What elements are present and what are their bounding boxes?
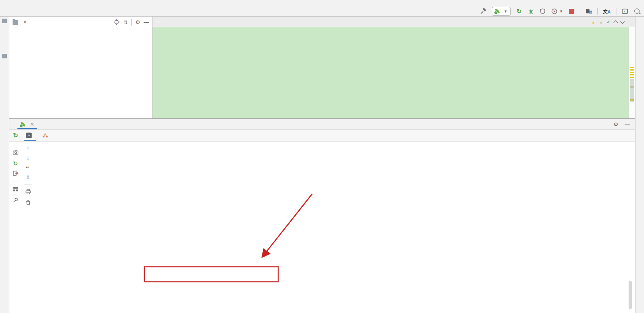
run-panel-header: ✕ ⚙ — — [9, 119, 635, 130]
terminal-run-icon[interactable] — [622, 8, 628, 15]
folder-icon — [2, 54, 7, 58]
soft-wrap-icon[interactable]: ↵ — [26, 164, 30, 170]
console-scroll-bar-actions: ↑ ↓ ↵ ⇟ — [22, 146, 34, 207]
gear-icon[interactable]: ⚙ — [135, 19, 140, 25]
toolbar-separator — [580, 8, 580, 15]
intellij-window: ▼ ↻ ▼ 文A — [0, 0, 644, 313]
next-problem-icon[interactable] — [620, 19, 625, 24]
project-tree — [9, 28, 152, 118]
down-stack-trace-icon[interactable]: ↓ — [27, 155, 30, 161]
left-tool-strip — [0, 17, 9, 313]
run-with-coverage-icon[interactable] — [539, 8, 546, 15]
console-toolbar: ↻ > — [9, 130, 635, 141]
gear-icon[interactable]: ⚙ — [614, 121, 618, 127]
endpoints-icon — [42, 133, 48, 138]
weak-warning-icon: ▲ — [599, 20, 603, 24]
close-icon[interactable]: ✕ — [30, 121, 34, 127]
folder-icon — [13, 20, 18, 25]
spring-boot-icon — [495, 9, 500, 13]
debug-icon[interactable] — [528, 8, 534, 15]
profiler-icon[interactable] — [551, 8, 558, 15]
restore-layout-icon[interactable] — [13, 186, 19, 193]
run-panel: ✕ ⚙ — ↻ > ↻ — [9, 118, 635, 313]
project-structure-icon[interactable] — [586, 8, 592, 15]
up-stack-trace-icon[interactable]: ↑ — [27, 146, 30, 151]
translate-icon[interactable]: 文A — [603, 8, 611, 15]
hide-panel-icon[interactable]: — — [144, 19, 149, 25]
exit-icon[interactable] — [13, 170, 19, 178]
print-icon[interactable] — [25, 189, 31, 196]
run-configuration-selector[interactable]: ▼ — [492, 7, 511, 16]
run-tab-app02[interactable]: ✕ — [17, 119, 37, 129]
locate-file-icon[interactable] — [114, 19, 120, 26]
project-panel-header: ▼ ⇅ ⚙ — — [9, 17, 152, 28]
code-editor[interactable] — [152, 27, 629, 118]
tab-endpoints[interactable] — [38, 130, 55, 141]
hide-panel-icon[interactable]: — — [625, 121, 630, 127]
toolbar-separator — [616, 8, 616, 15]
console-output[interactable] — [36, 141, 635, 313]
spring-restart-icon[interactable]: ↻ — [13, 160, 18, 167]
main-toolbar: ▼ ↻ ▼ 文A — [480, 7, 644, 16]
toolbar-separator — [131, 19, 132, 26]
console-scrollbar-thumb[interactable] — [629, 281, 632, 309]
chevron-down-icon: ▼ — [504, 9, 507, 13]
profiler-chevron-icon[interactable]: ▼ — [559, 9, 563, 13]
console-icon: > — [26, 133, 32, 138]
previous-problem-icon[interactable] — [613, 20, 618, 25]
project-panel: ▼ ⇅ ⚙ — — [9, 17, 152, 118]
spring-boot-run-icon — [21, 122, 25, 126]
toolbar-separator — [597, 8, 598, 15]
rerun-icon[interactable]: ↻ — [9, 132, 22, 139]
right-tool-strip — [635, 17, 644, 313]
collapse-all-icon[interactable]: ⇅ — [124, 19, 128, 25]
navigation-bar: ▼ ↻ ▼ 文A — [0, 6, 644, 17]
clear-console-icon[interactable] — [25, 199, 31, 207]
ok-check-icon: ✔ — [607, 19, 610, 24]
restart-app-icon[interactable]: ↻ — [516, 8, 522, 15]
editor-tab-bar: — — [152, 17, 635, 27]
error-stripe[interactable] — [629, 27, 635, 118]
inspections-widget: ▲ ▲ ✔ — [591, 19, 624, 25]
chevron-down-icon[interactable]: ▼ — [23, 20, 27, 24]
hide-tabs-icon[interactable]: — — [152, 17, 164, 27]
divider — [12, 182, 19, 182]
build-hammer-icon[interactable] — [480, 8, 487, 15]
divider — [24, 184, 32, 184]
pin-icon[interactable] — [13, 197, 19, 204]
warning-icon: ▲ — [591, 20, 595, 24]
thread-dump-camera-icon[interactable] — [13, 149, 19, 156]
stop-icon[interactable] — [568, 8, 575, 15]
console-action-bar: ↻ — [9, 146, 21, 204]
tab-console[interactable]: > — [22, 130, 38, 141]
search-everywhere-icon[interactable] — [633, 8, 640, 15]
tool-window-icon — [2, 19, 7, 23]
scroll-to-end-icon[interactable]: ⇟ — [26, 174, 30, 180]
editor-area: — ▲ ▲ ✔ — [152, 17, 635, 118]
menu-bar — [0, 0, 644, 6]
scrollbar-thumb[interactable] — [630, 79, 634, 102]
